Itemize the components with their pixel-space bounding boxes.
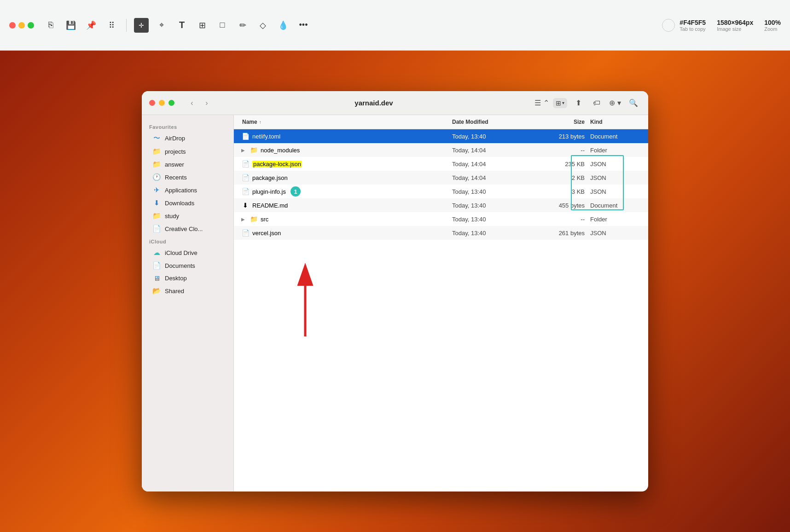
sidebar-item-documents[interactable]: 📄 Documents [145, 259, 231, 272]
pencil-icon[interactable]: ✏ [235, 18, 250, 33]
list-view-icon[interactable]: ☰ ⌃ [534, 96, 549, 110]
sidebar-label-recents: Recents [165, 174, 187, 181]
sidebar-item-shared[interactable]: 📂 Shared [145, 284, 231, 297]
applications-icon: ✈ [152, 186, 161, 194]
src-filename: src [261, 216, 268, 223]
file-name-cell-vercel: 📄 vercel.json [239, 228, 449, 237]
package-lock-size: 235 KB [532, 161, 587, 168]
recents-icon: 🕐 [152, 173, 161, 181]
sidebar-item-applications[interactable]: ✈ Applications [145, 184, 231, 197]
finder-maximize-button[interactable] [168, 100, 174, 106]
package-lock-file-icon: 📄 [241, 160, 250, 168]
file-row-node-modules[interactable]: ▶ 📁 node_modules Today, 14:04 -- Folder [234, 143, 648, 157]
src-kind: Folder [587, 216, 643, 223]
sidebar-item-airdrop[interactable]: 〜 AirDrop [145, 132, 231, 145]
vercel-file-icon: 📄 [241, 229, 250, 237]
top-toolbar: ⎘ 💾 📌 ⠿ ✛ ⌖ T ⊞ □ ✏ ◇ 💧 ••• #F4F5F5 Tab … [0, 0, 790, 51]
sidebar-label-downloads: Downloads [165, 200, 194, 207]
finder-window-controls [149, 100, 174, 106]
sidebar-label-answer: answer [165, 161, 184, 168]
finder-close-button[interactable] [149, 100, 155, 106]
grid-chevron-icon: ▾ [562, 100, 564, 105]
plugin-info-kind: JSON [587, 188, 643, 195]
image-size-label: Image size [717, 26, 753, 32]
finder-window: ‹ › yarnaid.dev ☰ ⌃ ⊞ ▾ ⬆ 🏷 ⊕ ▾ 🔍 Favour… [142, 91, 648, 492]
toolbar-minimize-dot[interactable] [18, 22, 25, 29]
dropper-icon[interactable]: 💧 [276, 18, 290, 33]
sidebar-item-study[interactable]: 📁 study [145, 209, 231, 222]
eraser-icon[interactable]: ◇ [256, 18, 270, 33]
save-icon[interactable]: 💾 [64, 18, 78, 33]
vercel-kind: JSON [587, 230, 643, 237]
more-icon[interactable]: ••• [296, 18, 311, 33]
sidebar-item-downloads[interactable]: ⬇ Downloads [145, 197, 231, 209]
src-size: -- [532, 216, 587, 223]
grid-icon[interactable]: ⠿ [104, 18, 119, 33]
file-row-package-json[interactable]: 📄 package.json Today, 14:04 2 KB JSON [234, 171, 648, 185]
downloads-icon: ⬇ [152, 199, 161, 207]
file-row-vercel[interactable]: 📄 vercel.json Today, 13:40 261 bytes JSO… [234, 226, 648, 240]
color-copy-hint: Tab to copy [680, 26, 706, 32]
sidebar-label-airdrop: AirDrop [165, 135, 185, 142]
tag-icon[interactable]: 🏷 [589, 96, 604, 110]
column-headers: Name ↑ Date Modified Size Kind [234, 115, 648, 129]
grid-view-button[interactable]: ⊞ ▾ [553, 98, 567, 108]
sidebar-item-recents[interactable]: 🕐 Recents [145, 171, 231, 184]
file-name-cell-node-modules: ▶ 📁 node_modules [239, 145, 449, 155]
file-row-readme[interactable]: ⬇ README.md Today, 13:40 455 bytes Docum… [234, 198, 648, 212]
expand-arrow-node-modules[interactable]: ▶ [241, 148, 245, 153]
search-icon[interactable]: 🔍 [626, 96, 641, 110]
sidebar-item-desktop[interactable]: 🖥 Desktop [145, 272, 231, 284]
package-json-date: Today, 14:04 [449, 174, 532, 181]
file-name-cell-src: ▶ 📁 src [239, 214, 449, 224]
sidebar-label-creative: Creative Clo... [165, 226, 203, 232]
finder-minimize-button[interactable] [159, 100, 165, 106]
node-modules-kind: Folder [587, 147, 643, 154]
toolbar-maximize-dot[interactable] [28, 22, 34, 29]
text-icon[interactable]: T [174, 18, 189, 33]
copy-icon[interactable]: ⎘ [43, 18, 58, 33]
toolbar-close-dot[interactable] [9, 22, 16, 29]
sidebar-item-answer[interactable]: 📁 answer [145, 158, 231, 171]
file-row-src[interactable]: ▶ 📁 src Today, 13:40 -- Folder [234, 212, 648, 226]
file-row-netlify[interactable]: 📄 netlify.toml Today, 13:40 213 bytes Do… [234, 129, 648, 143]
package-lock-date: Today, 14:04 [449, 161, 532, 168]
readme-filename: README.md [252, 202, 288, 209]
sidebar-label-projects: projects [165, 148, 186, 155]
sidebar-item-icloud-drive[interactable]: ☁ iCloud Drive [145, 246, 231, 259]
sidebar-item-creative[interactable]: 📄 Creative Clo... [145, 222, 231, 235]
cursor-icon[interactable]: ✛ [134, 18, 149, 33]
back-button[interactable]: ‹ [186, 97, 198, 110]
separator-1 [126, 19, 127, 32]
col-date[interactable]: Date Modified [449, 115, 532, 129]
color-hex-value: #F4F5F5 [680, 19, 706, 26]
forward-button[interactable]: › [200, 97, 213, 110]
file-row-package-lock[interactable]: 📄 package-lock.json Today, 14:04 235 KB … [234, 157, 648, 171]
color-swatch[interactable] [662, 19, 675, 32]
rectangle-icon[interactable]: □ [215, 18, 230, 33]
readme-kind: Document [587, 202, 643, 209]
file-name-cell-plugin-info: 📄 plugin-info.js 1 [239, 185, 449, 197]
col-name[interactable]: Name ↑ [239, 115, 449, 129]
pin-icon[interactable]: 📌 [84, 18, 99, 33]
lasso-icon[interactable]: ⌖ [154, 18, 169, 33]
answer-folder-icon: 📁 [152, 160, 161, 168]
number-icon[interactable]: ⊞ [195, 18, 209, 33]
col-size[interactable]: Size [532, 115, 587, 129]
expand-arrow-src[interactable]: ▶ [241, 217, 245, 222]
sidebar-label-documents: Documents [165, 262, 195, 269]
netlify-kind: Document [587, 133, 643, 140]
col-kind[interactable]: Kind [587, 115, 643, 129]
nav-buttons: ‹ › [186, 97, 213, 110]
sidebar-item-projects[interactable]: 📁 projects [145, 145, 231, 158]
icloud-drive-icon: ☁ [152, 249, 161, 257]
package-lock-kind: JSON [587, 161, 643, 168]
more-options-icon[interactable]: ⊕ ▾ [608, 96, 622, 110]
toolbar-right: #F4F5F5 Tab to copy 1580×964px Image siz… [662, 19, 781, 32]
finder-body: Favourites 〜 AirDrop 📁 projects 📁 answer… [142, 115, 648, 492]
share-icon[interactable]: ⬆ [571, 96, 586, 110]
vercel-date: Today, 13:40 [449, 230, 532, 237]
file-row-plugin-info[interactable]: 📄 plugin-info.js 1 Today, 13:40 3 KB JSO… [234, 185, 648, 198]
vercel-filename: vercel.json [252, 230, 281, 237]
projects-folder-icon: 📁 [152, 147, 161, 156]
